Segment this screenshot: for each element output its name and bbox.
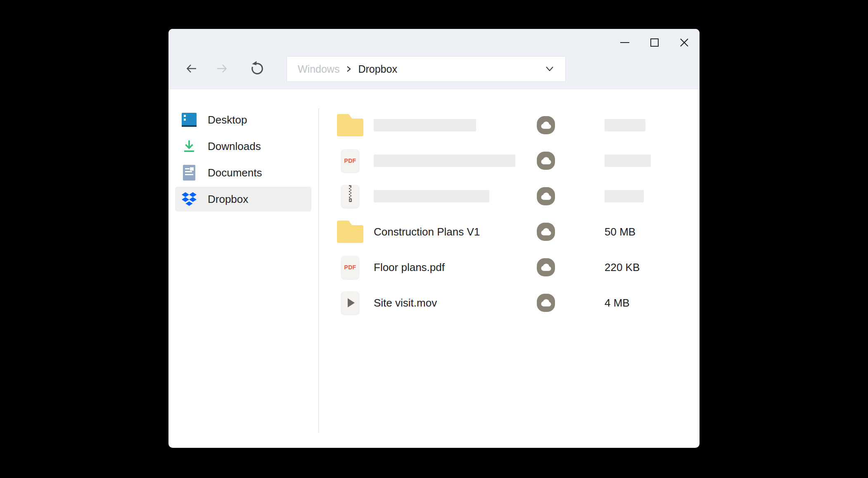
chevron-right-icon (346, 65, 351, 73)
file-row-floor-plans[interactable]: PDF Floor plans.pdf 220 KB (334, 250, 654, 285)
address-bar[interactable]: Windows Dropbox (287, 56, 566, 82)
arrow-left-icon (185, 62, 198, 75)
pdf-badge: PDF (344, 264, 356, 271)
sidebar-item-documents[interactable]: Documents (175, 160, 311, 185)
refresh-icon (249, 60, 265, 76)
folder-icon (337, 114, 363, 136)
pdf-file-icon: PDF (337, 149, 363, 172)
forward-button[interactable] (215, 62, 228, 77)
window-header: Windows Dropbox (168, 29, 700, 89)
download-icon (182, 138, 197, 154)
refresh-button[interactable] (249, 60, 265, 78)
sidebar-item-dropbox[interactable]: Dropbox (175, 187, 311, 212)
cloud-icon (537, 152, 555, 170)
dropbox-icon (182, 191, 197, 207)
minimize-icon (620, 42, 629, 43)
back-button[interactable] (185, 62, 198, 77)
file-name: Construction Plans V1 (374, 226, 480, 238)
file-size-placeholder (605, 190, 644, 202)
file-name-placeholder (374, 155, 515, 167)
file-row-placeholder-folder[interactable] (334, 107, 654, 143)
file-list: PDF Construction Plans V1 (334, 107, 654, 321)
cloud-icon (537, 116, 555, 134)
desktop-icon (182, 112, 197, 128)
file-row-placeholder-zip[interactable] (334, 178, 654, 214)
cloud-icon (537, 258, 555, 276)
sidebar-item-downloads[interactable]: Downloads (175, 134, 311, 159)
file-row-placeholder-pdf[interactable]: PDF (334, 143, 654, 178)
file-name-placeholder (374, 119, 476, 131)
file-size: 50 MB (605, 226, 636, 238)
file-size-placeholder (605, 119, 645, 131)
sidebar-item-label: Dropbox (208, 193, 248, 206)
document-icon (182, 165, 197, 181)
close-icon (679, 38, 689, 48)
close-button[interactable] (679, 37, 690, 48)
file-size-placeholder (605, 155, 651, 167)
cloud-icon (537, 187, 555, 205)
file-name: Floor plans.pdf (374, 261, 445, 274)
minimize-button[interactable] (619, 37, 630, 48)
cloud-icon (537, 294, 555, 312)
sidebar-item-label: Downloads (208, 140, 261, 153)
maximize-button[interactable] (649, 37, 660, 48)
sidebar: Desktop Downloads Documents (168, 90, 318, 448)
file-size: 4 MB (605, 297, 630, 309)
breadcrumb-parent[interactable]: Windows (298, 63, 339, 75)
file-row-site-visit[interactable]: Site visit.mov 4 MB (334, 285, 654, 321)
play-icon (348, 298, 355, 307)
chevron-down-icon[interactable] (545, 66, 555, 72)
sidebar-item-desktop[interactable]: Desktop (175, 107, 311, 132)
file-name: Site visit.mov (374, 297, 437, 309)
sidebar-divider (318, 108, 319, 433)
zip-file-icon (337, 185, 363, 208)
sidebar-items: Desktop Downloads Documents (175, 107, 311, 212)
file-explorer-window: Windows Dropbox Desktop (168, 29, 700, 448)
pdf-file-icon: PDF (337, 256, 363, 279)
file-row-construction-plans[interactable]: Construction Plans V1 50 MB (334, 214, 654, 250)
sidebar-item-label: Documents (208, 166, 262, 179)
arrow-right-icon (215, 62, 228, 75)
pdf-badge: PDF (344, 157, 356, 164)
file-size: 220 KB (605, 261, 640, 274)
cloud-icon (537, 223, 555, 241)
file-name-placeholder (374, 190, 489, 202)
video-file-icon (337, 291, 363, 314)
window-controls (619, 37, 690, 48)
sidebar-item-label: Desktop (208, 114, 247, 126)
maximize-icon (650, 38, 659, 47)
breadcrumb-current[interactable]: Dropbox (358, 63, 397, 75)
folder-icon (337, 221, 363, 243)
